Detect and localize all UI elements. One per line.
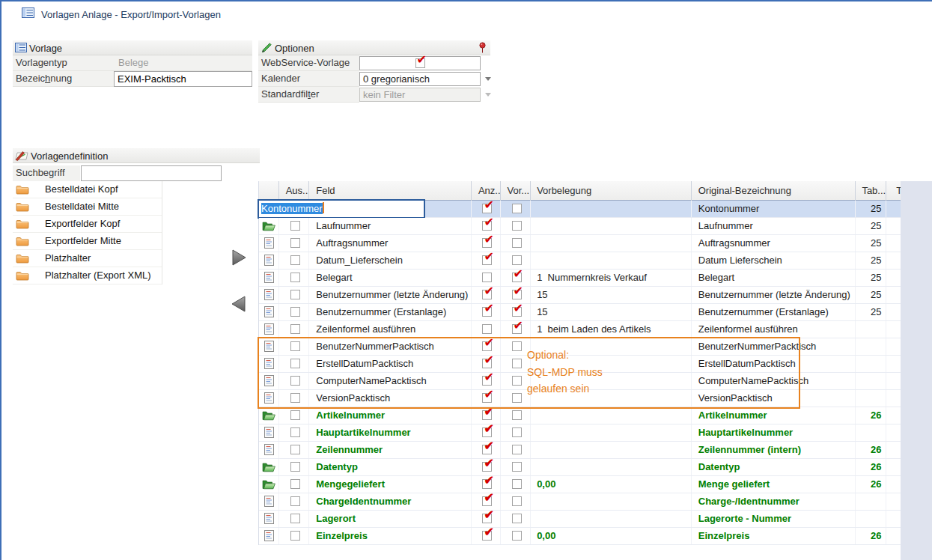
cell-tab1[interactable]: 25 — [858, 304, 886, 320]
folder-list-item[interactable]: Exportfelder Kopf — [13, 216, 162, 233]
cell-vorbelegung[interactable]: 0,00 — [533, 476, 692, 493]
cell-vorbelegung[interactable] — [533, 442, 692, 458]
table-row[interactable]: Zeilenformel ausführen ✔ 1 beim Laden de… — [259, 321, 901, 338]
table-row[interactable]: Hauptartikelnummer ✔ Hauptartikelnummer — [259, 424, 901, 442]
cell-tab1[interactable]: 25 — [858, 252, 886, 269]
anz-checkbox[interactable]: ✔ — [482, 410, 492, 420]
vor-checkbox[interactable] — [512, 204, 522, 213]
cell-tab1[interactable] — [858, 321, 886, 338]
vor-checkbox[interactable] — [512, 410, 522, 420]
vor-checkbox[interactable] — [512, 462, 522, 472]
table-row[interactable]: Auftragsnummer ✔ Auftragsnummer 25 44 — [259, 235, 901, 252]
vor-checkbox[interactable] — [512, 341, 522, 351]
table-row[interactable]: Lagerort ✔ Lagerorte - Nummer — [259, 511, 901, 528]
cell-original[interactable]: Einzelpreis — [695, 528, 856, 544]
cell-feld[interactable]: ChargeIdentnummer — [311, 493, 472, 510]
cell-feld[interactable]: Belegart — [311, 270, 472, 286]
cell-feld[interactable]: Auftragsnummer — [311, 235, 472, 252]
cell-tab1[interactable]: 26 — [858, 476, 886, 493]
cell-feld[interactable]: Benutzernummer (Erstanlage) — [311, 304, 472, 320]
anz-checkbox[interactable]: ✔ — [482, 496, 492, 506]
anz-checkbox[interactable]: ✔ — [482, 445, 492, 454]
anz-checkbox[interactable]: ✔ — [482, 462, 492, 472]
aus-checkbox[interactable] — [290, 496, 300, 506]
cell-vorbelegung[interactable]: 15 — [533, 287, 692, 303]
aus-checkbox[interactable] — [290, 376, 300, 386]
column-header-vor[interactable]: Vor... — [504, 181, 531, 201]
aus-checkbox[interactable] — [290, 290, 300, 299]
table-row[interactable]: Datentyp ✔ Datentyp 26 42 — [259, 459, 901, 476]
aus-checkbox[interactable] — [290, 531, 300, 541]
cell-original[interactable]: Datum Lieferschein — [695, 252, 856, 269]
vor-checkbox[interactable] — [512, 531, 522, 541]
cell-feld[interactable]: Kontonummer — [311, 201, 472, 217]
anz-checkbox[interactable] — [482, 273, 492, 282]
cell-vorbelegung[interactable]: 1 Nummernkreis Verkauf — [533, 270, 692, 286]
table-row[interactable]: Zeilennummer ✔ Zeilennummer (intern) 26 … — [259, 442, 901, 459]
aus-checkbox[interactable] — [290, 255, 300, 265]
table-row[interactable]: Laufnummer ✔ Laufnummer 25 22 — [259, 218, 901, 235]
cell-original[interactable]: Artikelnummer — [695, 407, 856, 424]
table-row[interactable]: Belegart ✔ 1 Nummernkreis Verkauf Belega… — [259, 270, 901, 287]
cell-tab1[interactable] — [858, 356, 886, 372]
anz-checkbox[interactable]: ✔ — [482, 427, 492, 437]
cell-vorbelegung[interactable] — [533, 252, 692, 269]
cell-tab1[interactable]: 26 — [858, 528, 886, 544]
cell-original[interactable]: Auftragsnummer — [695, 235, 856, 252]
cell-original[interactable]: VersionPacktisch — [695, 390, 856, 407]
vor-checkbox[interactable] — [512, 238, 522, 248]
cell-tab1[interactable]: 26 — [858, 442, 886, 458]
cell-feld[interactable]: Mengegeliefert — [311, 476, 472, 493]
cell-vorbelegung[interactable]: 1 beim Laden des Artikels — [533, 321, 692, 338]
aus-checkbox[interactable] — [290, 393, 300, 403]
folder-list-item[interactable]: Exportfelder Mitte — [13, 233, 162, 250]
cell-original[interactable]: Charge-/Identnummer — [695, 493, 856, 510]
vor-checkbox[interactable] — [512, 427, 522, 437]
cell-tab1[interactable] — [858, 493, 886, 510]
kalender-dropdown-arrow-icon[interactable] — [485, 77, 491, 81]
vor-checkbox[interactable]: ✔ — [512, 324, 522, 334]
bezeichnung-input[interactable]: EXIM-Packtisch — [114, 71, 252, 87]
aus-checkbox[interactable] — [290, 324, 300, 334]
move-left-button[interactable] — [229, 294, 250, 314]
cell-tab1[interactable] — [858, 424, 886, 441]
anz-checkbox[interactable]: ✔ — [482, 376, 492, 386]
cell-tab1[interactable] — [858, 390, 886, 407]
cell-original[interactable]: ComputerNamePacktisch — [695, 373, 856, 389]
cell-feld[interactable]: Laufnummer — [311, 218, 472, 234]
aus-checkbox[interactable] — [290, 238, 300, 248]
folder-list-item[interactable]: Bestelldatei Kopf — [13, 181, 162, 198]
cell-original[interactable]: Menge geliefert — [695, 476, 856, 493]
cell-feld[interactable]: Datum_Lieferschein — [311, 252, 472, 269]
cell-tab1[interactable]: 25 — [858, 218, 886, 234]
aus-checkbox[interactable] — [290, 462, 300, 472]
vor-checkbox[interactable]: ✔ — [512, 290, 522, 299]
anz-checkbox[interactable] — [482, 324, 492, 334]
cell-original[interactable]: Datentyp — [695, 459, 856, 475]
table-row[interactable]: Datum_Lieferschein ✔ Datum Lieferschein … — [259, 252, 901, 270]
kalender-dropdown[interactable]: 0 gregorianisch — [359, 72, 481, 86]
aus-checkbox[interactable] — [290, 410, 300, 420]
cell-vorbelegung[interactable] — [533, 201, 692, 217]
column-header-original[interactable]: Original-Bezeichnung — [695, 181, 856, 201]
vor-checkbox[interactable] — [512, 255, 522, 265]
table-row[interactable]: Benutzernummer (letzte Änderung) ✔ ✔ 15 … — [259, 287, 901, 304]
vor-checkbox[interactable] — [512, 376, 522, 386]
anz-checkbox[interactable]: ✔ — [482, 221, 492, 231]
anz-checkbox[interactable]: ✔ — [482, 307, 492, 317]
cell-feld[interactable]: BenutzerNummerPacktisch — [311, 338, 472, 355]
anz-checkbox[interactable]: ✔ — [482, 341, 492, 351]
cell-original[interactable]: ErstellDatumPacktisch — [695, 356, 856, 372]
aus-checkbox[interactable] — [290, 273, 300, 282]
vor-checkbox[interactable]: ✔ — [512, 273, 522, 282]
column-header-icon[interactable] — [259, 181, 279, 201]
vor-checkbox[interactable] — [512, 221, 522, 231]
cell-vorbelegung[interactable]: 15 — [533, 304, 692, 320]
aus-checkbox[interactable] — [290, 514, 300, 523]
cell-feld[interactable]: ComputerNamePacktisch — [311, 373, 472, 389]
webservice-checkbox[interactable]: ✔ — [415, 58, 425, 68]
cell-original[interactable]: Belegart — [695, 270, 856, 286]
vor-checkbox[interactable] — [512, 445, 522, 454]
cell-original[interactable]: Zeilennummer (intern) — [695, 442, 856, 458]
cell-feld[interactable]: Einzelpreis — [311, 528, 472, 544]
